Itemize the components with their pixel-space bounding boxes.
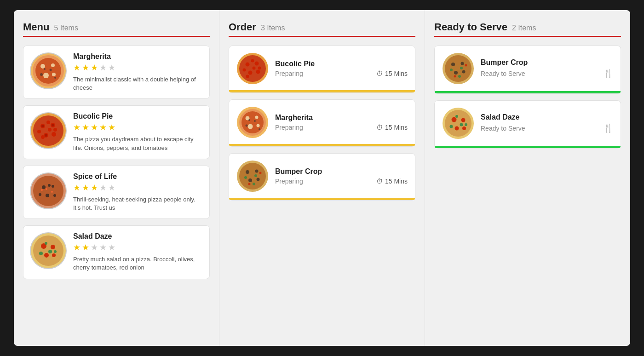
ready-card-top-bumper-crop: Bumper Crop Ready to Serve 🍴 — [442, 52, 613, 91]
menu-card-info-bucolic-pie: Bucolic Pie ★ ★ ★ ★ ★ The pizza you dayd… — [73, 112, 203, 152]
svg-point-88 — [465, 64, 467, 67]
order-item-name-bucolic-pie: Bucolic Pie — [275, 60, 408, 68]
svg-point-95 — [462, 126, 466, 130]
star-2: ★ — [82, 63, 89, 73]
svg-point-81 — [451, 63, 455, 66]
svg-point-49 — [255, 62, 259, 66]
stars-spice-of-life: ★ ★ ★ ★ ★ — [73, 183, 203, 193]
svg-point-63 — [257, 124, 260, 127]
order-time-bumper-crop: ⏱ 15 Mins — [376, 178, 408, 185]
svg-point-64 — [246, 125, 248, 127]
menu-count: 5 Items — [54, 24, 78, 32]
menu-card-info-salad-daze: Salad Daze ★ ★ ★ ★ ★ Pretty much salad o… — [73, 232, 203, 272]
order-card-bumper-crop[interactable]: Bumper Crop Preparing ⏱ 15 Mins — [229, 153, 415, 201]
svg-point-55 — [258, 67, 261, 70]
ready-column: Ready to Serve 2 Items — [425, 10, 630, 346]
svg-point-74 — [244, 176, 247, 179]
svg-point-76 — [253, 183, 255, 185]
order-progress-bar-margherita — [229, 144, 415, 146]
menu-column: Menu 5 Items — [14, 10, 219, 346]
ready-count: 2 Items — [512, 24, 536, 32]
svg-point-7 — [40, 73, 43, 76]
svg-point-6 — [52, 73, 56, 76]
menu-card-salad-daze[interactable]: Salad Daze ★ ★ ★ ★ ★ Pretty much salad o… — [23, 225, 210, 279]
svg-point-65 — [254, 120, 256, 122]
order-progress-bar-bumper-crop — [229, 198, 415, 200]
svg-point-24 — [45, 134, 47, 137]
svg-point-28 — [52, 185, 54, 188]
order-status-bumper-crop: Preparing — [275, 178, 303, 185]
svg-point-77 — [259, 172, 262, 174]
order-pizza-image-margherita — [236, 106, 269, 138]
svg-point-26 — [33, 176, 63, 206]
order-card-margherita[interactable]: Margherita Preparing ⏱ 15 Mins — [229, 99, 415, 147]
clock-icon: ⏱ — [376, 178, 383, 185]
app-container: Menu 5 Items — [14, 10, 630, 346]
svg-point-16 — [52, 132, 56, 137]
menu-item-name-bucolic-pie: Bucolic Pie — [73, 112, 203, 121]
svg-point-71 — [255, 170, 259, 173]
svg-point-45 — [54, 250, 57, 253]
star-3: ★ — [91, 63, 98, 73]
star-3: ★ — [91, 183, 98, 193]
svg-point-21 — [46, 121, 50, 124]
ready-card-salad-daze[interactable]: Salad Daze Ready to Serve 🍴 — [434, 100, 621, 149]
order-status-row-bucolic-pie: Preparing ⏱ 15 Mins — [275, 70, 408, 77]
svg-point-40 — [44, 253, 49, 258]
ready-card-bumper-crop[interactable]: Bumper Crop Ready to Serve 🍴 — [434, 46, 621, 94]
svg-point-94 — [455, 126, 459, 131]
svg-point-54 — [246, 75, 249, 78]
svg-point-52 — [243, 69, 246, 72]
svg-point-53 — [253, 67, 256, 70]
svg-point-32 — [48, 184, 51, 187]
svg-point-91 — [445, 110, 472, 137]
svg-point-97 — [460, 123, 463, 126]
stars-margherita: ★ ★ ★ ★ ★ — [73, 63, 203, 73]
svg-point-31 — [39, 193, 41, 196]
menu-card-spice-of-life[interactable]: Spice of Life ★ ★ ★ ★ ★ Thrill-seeking, … — [23, 166, 210, 219]
order-card-info-bumper-crop: Bumper Crop Preparing ⏱ 15 Mins — [275, 167, 408, 185]
order-status-row-bumper-crop: Preparing ⏱ 15 Mins — [275, 178, 408, 185]
svg-point-44 — [45, 242, 47, 245]
svg-point-29 — [46, 194, 49, 197]
stars-bucolic-pie: ★ ★ ★ ★ ★ — [73, 122, 203, 132]
menu-card-bucolic-pie[interactable]: Bucolic Pie ★ ★ ★ ★ ★ The pizza you dayd… — [23, 105, 210, 159]
order-progress-bar-bucolic-pie — [229, 90, 415, 92]
svg-point-42 — [39, 252, 43, 255]
star-1: ★ — [73, 242, 80, 253]
star-1: ★ — [73, 122, 80, 132]
menu-cards-list: Margherita ★ ★ ★ ★ ★ The minimalist clas… — [23, 46, 210, 335]
svg-point-39 — [51, 245, 55, 249]
order-card-bucolic-pie[interactable]: Bucolic Pie Preparing ⏱ 15 Mins — [229, 46, 415, 93]
menu-card-margherita[interactable]: Margherita ★ ★ ★ ★ ★ The minimalist clas… — [23, 46, 210, 99]
order-time-margherita: ⏱ 15 Mins — [376, 124, 408, 131]
ready-status-salad-daze: Ready to Serve — [481, 125, 525, 132]
ready-card-info-bumper-crop: Bumper Crop Ready to Serve 🍴 — [481, 58, 613, 79]
svg-point-67 — [259, 128, 260, 130]
ready-status-row-bumper-crop: Ready to Serve 🍴 — [481, 69, 613, 79]
order-card-info-margherita: Margherita Preparing ⏱ 15 Mins — [275, 114, 408, 131]
svg-point-92 — [452, 117, 457, 122]
order-status-margherita: Preparing — [275, 124, 303, 131]
menu-item-desc-salad-daze: Pretty much salad on a pizza. Broccoli, … — [73, 255, 203, 272]
svg-point-99 — [465, 123, 467, 126]
svg-point-98 — [455, 115, 458, 118]
svg-point-33 — [41, 189, 43, 191]
order-time-text-bumper-crop: 15 Mins — [385, 178, 408, 185]
order-card-top-bumper-crop: Bumper Crop Preparing ⏱ 15 Mins — [236, 160, 408, 198]
svg-point-85 — [450, 69, 453, 71]
svg-point-9 — [44, 68, 46, 70]
star-3: ★ — [91, 122, 98, 132]
menu-title: Menu — [23, 21, 49, 33]
svg-point-19 — [41, 135, 45, 139]
menu-divider — [23, 36, 210, 37]
pizza-image-margherita — [30, 52, 67, 89]
star-4: ★ — [99, 63, 107, 73]
utensils-icon-salad-daze: 🍴 — [603, 123, 613, 133]
svg-point-50 — [248, 71, 253, 75]
svg-point-59 — [242, 111, 264, 133]
svg-point-41 — [52, 253, 56, 257]
svg-point-72 — [248, 178, 252, 182]
menu-item-desc-margherita: The minimalist classic with a double hel… — [73, 75, 203, 92]
menu-item-desc-bucolic-pie: The pizza you daydream about to escape c… — [73, 135, 203, 152]
